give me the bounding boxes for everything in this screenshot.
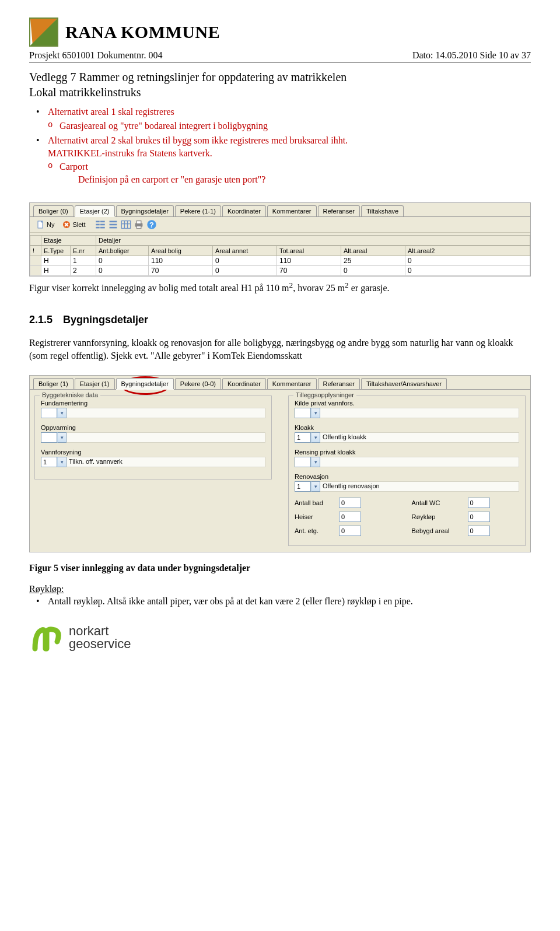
col-arealannet[interactable]: Areal annet bbox=[213, 246, 277, 256]
svg-rect-13 bbox=[110, 223, 117, 225]
kilde-desc bbox=[320, 408, 519, 418]
royklop-input[interactable] bbox=[468, 512, 490, 522]
tab-referanser[interactable]: Referanser bbox=[318, 378, 360, 389]
antetg-label: Ant. etg. bbox=[295, 527, 335, 534]
tab-boliger[interactable]: Boliger (0) bbox=[33, 205, 74, 216]
tab-bygningsdetaljer[interactable]: Bygningsdetaljer bbox=[116, 378, 174, 389]
date-page: Dato: 14.05.2010 Side 10 av 37 bbox=[412, 50, 531, 61]
tab-tiltakshaver-ansvarshaver[interactable]: Tiltakshaver/Ansvarshaver bbox=[361, 378, 447, 389]
fundamentering-field: Fundamentering ▾ bbox=[41, 400, 265, 418]
list-align-left-icon[interactable] bbox=[95, 219, 106, 230]
tab-koordinater[interactable]: Koordinater bbox=[222, 378, 266, 389]
title-line1: Vedlegg 7 Rammer og retningslinjer for o… bbox=[29, 71, 346, 83]
cell: 0 bbox=[96, 256, 149, 266]
renovasjon-input[interactable] bbox=[295, 481, 311, 492]
antall-wc-label: Antall WC bbox=[412, 499, 464, 506]
tab-etasjer[interactable]: Etasjer (2) bbox=[75, 205, 115, 216]
rensing-field: Rensing privat kloakk ▾ bbox=[295, 449, 519, 467]
bebygd-label: Bebygd areal bbox=[412, 527, 464, 534]
dropdown-icon[interactable]: ▾ bbox=[57, 432, 66, 443]
svg-rect-9 bbox=[100, 220, 105, 222]
dropdown-icon[interactable]: ▾ bbox=[311, 481, 320, 492]
rensing-input[interactable] bbox=[295, 457, 311, 467]
group-byggetekniske: Byggetekniske data Fundamentering ▾ Oppv… bbox=[34, 396, 272, 480]
print-icon[interactable] bbox=[134, 219, 144, 230]
heiser-input[interactable] bbox=[339, 512, 361, 522]
cell: 0 bbox=[213, 266, 277, 276]
dropdown-icon[interactable]: ▾ bbox=[311, 408, 320, 418]
dropdown-icon[interactable]: ▾ bbox=[311, 432, 320, 443]
tab-koordinater[interactable]: Koordinater bbox=[222, 205, 266, 216]
fundamentering-input[interactable] bbox=[41, 408, 57, 418]
footer-line2: geoservice bbox=[69, 638, 131, 650]
dropdown-icon[interactable]: ▾ bbox=[57, 408, 66, 418]
royklop-heading: Røykløp: bbox=[29, 583, 531, 596]
tab-kommentarer[interactable]: Kommentarer bbox=[267, 205, 317, 216]
table-row[interactable]: H 1 0 110 0 110 25 0 bbox=[30, 256, 530, 266]
kloakk-field: Kloakk ▾Offentlig kloakk bbox=[295, 424, 519, 443]
vannforsyning-input[interactable] bbox=[41, 457, 57, 467]
slett-button[interactable]: Slett bbox=[59, 220, 89, 229]
bebygd-input[interactable] bbox=[468, 526, 490, 536]
col-etype[interactable]: E.Type bbox=[41, 246, 71, 256]
tab-etasjer[interactable]: Etasjer (1) bbox=[75, 378, 115, 389]
group-tilleggsopplysninger: Tilleggsopplysninger Kilde privat vannfo… bbox=[288, 396, 526, 546]
vannforsyning-desc: Tilkn. off. vannverk bbox=[66, 457, 265, 467]
cap1a: Figur viser korrekt innelegging av bolig… bbox=[29, 283, 289, 293]
antall-bad-input[interactable] bbox=[339, 498, 361, 508]
delete-icon bbox=[62, 220, 71, 229]
list-compact-icon[interactable] bbox=[108, 219, 118, 230]
cell: 110 bbox=[277, 256, 341, 266]
svg-rect-10 bbox=[100, 223, 105, 225]
ny-button[interactable]: Ny bbox=[33, 220, 58, 229]
col-arealbolig[interactable]: Areal bolig bbox=[149, 246, 213, 256]
heiser-field: Heiser bbox=[295, 512, 402, 522]
tab-bygningsdetaljer[interactable]: Bygningsdetaljer bbox=[116, 205, 174, 216]
antall-bad-label: Antall bad bbox=[295, 499, 335, 506]
bullet2-sub1: Carport bbox=[60, 162, 88, 172]
group-right-legend: Tilleggsopplysninger bbox=[293, 391, 356, 398]
svg-rect-8 bbox=[96, 226, 100, 228]
slett-label: Slett bbox=[72, 221, 85, 228]
cell: H bbox=[41, 266, 71, 276]
antall-wc-input[interactable] bbox=[468, 498, 490, 508]
sub-list-item: Garasjeareal og "ytre" bodareal integrer… bbox=[48, 120, 531, 132]
svg-rect-7 bbox=[96, 223, 100, 225]
antetg-input[interactable] bbox=[339, 526, 361, 536]
figure5-caption: Figur 5 viser innlegging av data under b… bbox=[29, 563, 531, 573]
cap1b: , hvorav 25 m bbox=[293, 283, 345, 293]
col-flag[interactable]: ! bbox=[30, 246, 41, 256]
project-docnr: Prosjekt 6501001 Dokumentnr. 004 bbox=[29, 50, 162, 61]
col-antboliger[interactable]: Ant.boliger bbox=[96, 246, 149, 256]
tab-kommentarer[interactable]: Kommentarer bbox=[267, 378, 317, 389]
municipality-logo-icon bbox=[29, 18, 58, 47]
svg-rect-12 bbox=[110, 220, 117, 222]
col-enr[interactable]: E.nr bbox=[71, 246, 96, 256]
svg-rect-11 bbox=[100, 226, 105, 228]
tab-tiltakshaver[interactable]: Tiltakshave bbox=[361, 205, 404, 216]
figure1-toolbar: Ny Slett ? bbox=[30, 217, 530, 233]
document-meta: Prosjekt 6501001 Dokumentnr. 004 Dato: 1… bbox=[29, 50, 531, 62]
dropdown-icon[interactable]: ▾ bbox=[311, 457, 320, 467]
oppvarming-input[interactable] bbox=[41, 432, 57, 443]
tab-pekere[interactable]: Pekere (0-0) bbox=[175, 378, 221, 389]
footer-line1: norkart bbox=[69, 625, 131, 638]
section-heading: 2.1.5Bygningsdetaljer bbox=[29, 314, 531, 326]
list-item: Antall røykløp. Altså ikke antall piper,… bbox=[29, 595, 531, 608]
help-icon[interactable]: ? bbox=[146, 219, 157, 230]
tab-referanser[interactable]: Referanser bbox=[318, 205, 360, 216]
col-altareal[interactable]: Alt.areal bbox=[341, 246, 405, 256]
renovasjon-label: Renovasjon bbox=[295, 473, 519, 480]
table-icon[interactable] bbox=[121, 219, 131, 230]
list-item: Alternativt areal 2 skal brukes til bygg… bbox=[29, 134, 531, 186]
kloakk-input[interactable] bbox=[295, 432, 311, 443]
bullet2-l1: Alternativt areal 2 skal brukes til bygg… bbox=[48, 135, 348, 145]
col-totareal[interactable]: Tot.areal bbox=[277, 246, 341, 256]
tab-boliger[interactable]: Boliger (1) bbox=[33, 378, 74, 389]
kilde-input[interactable] bbox=[295, 408, 311, 418]
tab-pekere[interactable]: Pekere (1-1) bbox=[175, 205, 221, 216]
col-altareal2[interactable]: Alt.areal2 bbox=[405, 246, 530, 256]
sub-list-item: Carport bbox=[48, 160, 531, 173]
dropdown-icon[interactable]: ▾ bbox=[57, 457, 66, 467]
table-row[interactable]: H 2 0 70 0 70 0 0 bbox=[30, 266, 530, 276]
